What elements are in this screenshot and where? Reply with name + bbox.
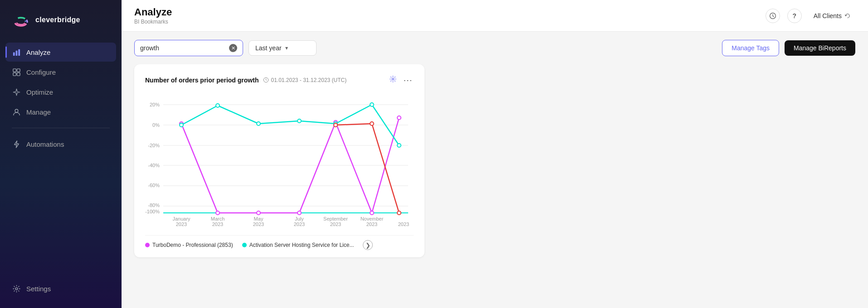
chart-more-button[interactable]: ⋯ — [402, 75, 414, 86]
svg-text:2023: 2023 — [330, 221, 341, 227]
svg-text:20%: 20% — [150, 102, 160, 107]
svg-rect-9 — [17, 68, 20, 72]
svg-rect-8 — [13, 68, 16, 72]
bar-chart-icon — [12, 48, 21, 57]
page-title: Analyze — [134, 6, 172, 18]
sidebar-item-settings[interactable]: Settings — [5, 279, 116, 298]
sidebar-item-configure[interactable]: Configure — [5, 63, 116, 82]
all-clients-button[interactable]: All Clients — [809, 10, 855, 22]
manage-tags-button[interactable]: Manage Tags — [722, 40, 779, 56]
svg-text:-80%: -80% — [148, 202, 160, 208]
svg-text:July: July — [295, 216, 304, 221]
sidebar-item-automations-label: Automations — [26, 140, 64, 148]
grid-icon — [12, 67, 21, 77]
chart-actions: ⋯ — [388, 74, 414, 86]
clock-button[interactable] — [766, 9, 780, 23]
toolbar-left: ✕ Last year ▾ — [134, 40, 317, 56]
svg-point-60 — [370, 122, 374, 125]
svg-point-16 — [392, 78, 394, 80]
svg-text:2023: 2023 — [253, 221, 264, 227]
sidebar-item-manage[interactable]: Manage — [5, 102, 116, 121]
svg-rect-6 — [15, 50, 17, 55]
date-filter-label: Last year — [255, 44, 282, 52]
svg-text:January: January — [172, 216, 190, 221]
page-subtitle: BI Bookmarks — [134, 19, 172, 25]
svg-point-57 — [370, 103, 374, 106]
logo-text: cleverbridge — [35, 16, 80, 24]
chart-gear-icon — [389, 75, 397, 83]
legend-label-activation: Activation Server Hosting Service for Li… — [249, 242, 354, 248]
lightning-icon — [12, 140, 21, 149]
sidebar-item-analyze[interactable]: Analyze — [5, 43, 116, 62]
svg-point-50 — [370, 211, 374, 215]
svg-point-12 — [15, 109, 18, 112]
svg-text:November: November — [361, 216, 384, 221]
search-input[interactable] — [140, 44, 225, 52]
legend-item-turbodemo: TurboDemo - Professional (2853) — [145, 242, 233, 248]
svg-point-58 — [397, 144, 401, 147]
sidebar-nav: Analyze Configure Optimize — [0, 43, 122, 274]
toolbar: ✕ Last year ▾ Manage Tags Manage BiRepor… — [122, 32, 868, 64]
svg-rect-11 — [17, 72, 20, 76]
chart-settings-button[interactable] — [388, 74, 398, 86]
svg-point-59 — [334, 123, 337, 127]
svg-text:2023: 2023 — [398, 221, 409, 227]
svg-text:2023: 2023 — [366, 221, 377, 227]
sidebar: cleverbridge Analyze — [0, 0, 122, 308]
svg-point-61 — [397, 211, 401, 215]
svg-point-13 — [15, 288, 18, 290]
chart-header: Number of orders prior period growth 01.… — [145, 74, 414, 86]
sidebar-item-automations[interactable]: Automations — [5, 135, 116, 154]
settings-icon — [12, 284, 21, 293]
chart-legend: TurboDemo - Professional (2853) Activati… — [145, 235, 414, 250]
svg-text:2023: 2023 — [212, 221, 223, 227]
legend-dot-turbodemo — [145, 243, 150, 247]
svg-point-53 — [216, 104, 219, 107]
chart-date-range: 01.01.2023 - 31.12.2023 (UTC) — [263, 77, 346, 83]
svg-text:0%: 0% — [152, 122, 160, 128]
legend-expand-button[interactable]: ❯ — [363, 240, 373, 250]
all-clients-label: All Clients — [814, 12, 842, 19]
svg-rect-10 — [13, 72, 16, 76]
svg-point-47 — [257, 211, 260, 215]
clock-icon — [769, 12, 776, 19]
date-filter-dropdown[interactable]: Last year ▾ — [249, 40, 317, 56]
chevron-down-icon: ❯ — [366, 242, 371, 249]
chart-title: Number of orders prior period growth — [145, 77, 258, 84]
sidebar-item-settings-label: Settings — [26, 285, 51, 293]
clock-small-icon — [263, 77, 269, 83]
sidebar-item-manage-label: Manage — [26, 108, 51, 116]
sidebar-item-configure-label: Configure — [26, 68, 56, 76]
manage-bireports-button[interactable]: Manage BiReports — [785, 40, 855, 56]
legend-dot-activation — [242, 243, 247, 247]
header-left: Analyze BI Bookmarks — [134, 6, 172, 25]
svg-text:September: September — [323, 216, 348, 221]
header: Analyze BI Bookmarks ? All Clients — [122, 0, 868, 32]
chevron-down-icon: ▾ — [285, 45, 288, 51]
sidebar-item-optimize[interactable]: Optimize — [5, 82, 116, 101]
content-area: Number of orders prior period growth 01.… — [122, 64, 868, 308]
refresh-icon — [844, 13, 851, 19]
svg-text:2023: 2023 — [176, 221, 187, 227]
sidebar-divider — [12, 128, 110, 128]
svg-rect-5 — [13, 52, 15, 56]
clear-search-button[interactable]: ✕ — [229, 44, 237, 52]
svg-text:March: March — [211, 216, 225, 221]
svg-text:2023: 2023 — [294, 221, 305, 227]
legend-item-activation: Activation Server Hosting Service for Li… — [242, 242, 354, 248]
search-wrapper: ✕ — [134, 40, 243, 56]
chart-area: 20% 0% -20% -40% -60% -80% -100% — [145, 93, 414, 231]
svg-point-46 — [216, 211, 219, 215]
help-button[interactable]: ? — [787, 9, 802, 23]
sparkle-icon — [12, 87, 21, 96]
svg-point-52 — [180, 123, 183, 127]
clear-icon: ✕ — [231, 45, 235, 51]
svg-rect-7 — [18, 49, 20, 55]
svg-point-48 — [297, 211, 301, 215]
person-icon — [12, 107, 21, 116]
svg-text:May: May — [254, 216, 263, 221]
legend-label-turbodemo: TurboDemo - Professional (2853) — [152, 242, 233, 248]
logo-icon — [11, 10, 31, 30]
toolbar-right: Manage Tags Manage BiReports — [722, 40, 855, 56]
chart-title-row: Number of orders prior period growth 01.… — [145, 77, 346, 84]
